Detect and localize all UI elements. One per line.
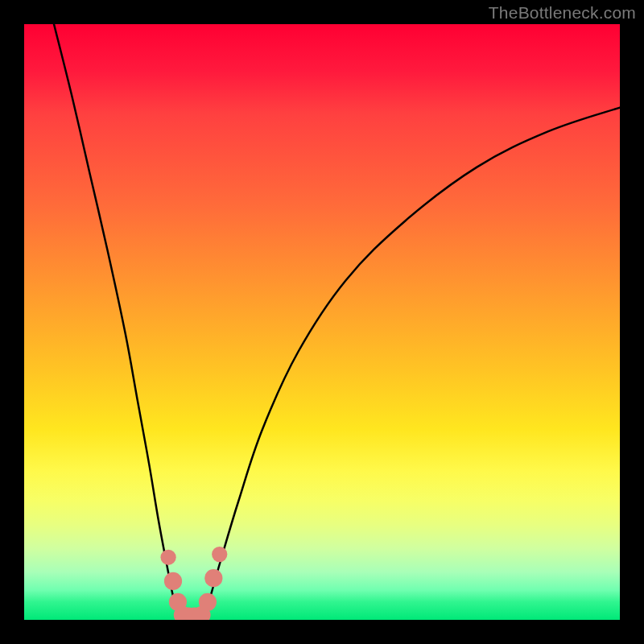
valley-marker: [212, 547, 227, 562]
valley-marker: [204, 569, 222, 587]
valley-marker: [164, 572, 182, 590]
curve-right-branch: [203, 108, 620, 620]
watermark-text: TheBottleneck.com: [489, 3, 636, 23]
curve-left-branch: [54, 24, 182, 620]
valley-marker: [160, 550, 175, 565]
valley-marker: [199, 593, 217, 611]
chart-frame: TheBottleneck.com: [0, 0, 644, 644]
plot-area: [24, 24, 620, 620]
bottleneck-curve: [24, 24, 620, 620]
